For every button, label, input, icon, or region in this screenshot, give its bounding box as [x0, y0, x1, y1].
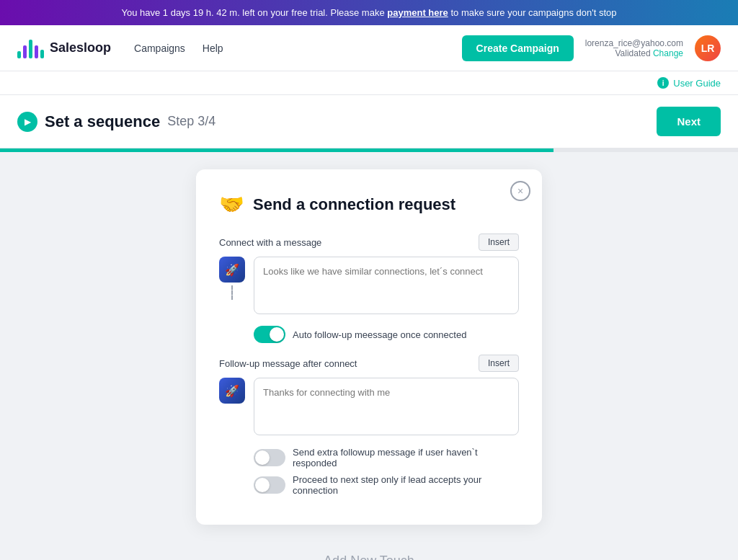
logo-icon [17, 38, 44, 58]
step-indicator: Step 3/4 [167, 114, 215, 129]
user-guide-bar: i User Guide [0, 71, 738, 95]
connect-message-row: Connect with a message Insert 🚀 [219, 234, 519, 314]
add-new-touch-section: Add New Touch ✏️ Email ✏️ Profile View ✏… [101, 554, 637, 560]
auto-followup-toggle[interactable] [254, 326, 285, 343]
toggle-knob-1 [270, 327, 284, 342]
rocket-icon-2: 🚀 [219, 378, 245, 404]
insert-button-2[interactable]: Insert [479, 355, 519, 372]
logo-area: Salesloop [17, 38, 111, 58]
followup-label-row: Follow-up message after connect Insert [219, 355, 519, 372]
logo-name: Salesloop [50, 40, 111, 55]
followup-message-input[interactable] [254, 378, 519, 435]
modal-title: Send a connection request [253, 195, 455, 214]
nav-help[interactable]: Help [203, 37, 223, 60]
play-icon: ▶ [17, 112, 37, 132]
message-icon-col-1: 🚀 [219, 257, 245, 300]
modal-card: × 🤝 Send a connection request Connect wi… [196, 169, 542, 525]
extra-toggle-row-2: Proceed to next step only if lead accept… [254, 474, 519, 496]
insert-button-1[interactable]: Insert [479, 234, 519, 251]
nav-right: Create Campaign lorenza_rice@yahoo.com V… [462, 35, 721, 61]
auto-followup-label: Auto follow-up meessage once connected [293, 329, 466, 340]
connect-message-with-icon: 🚀 [219, 257, 519, 314]
user-guide-link[interactable]: User Guide [673, 78, 721, 89]
add-new-touch-title: Add New Touch [101, 554, 637, 560]
auto-followup-toggle-row: Auto follow-up meessage once connected [254, 326, 519, 343]
followup-label: Follow-up message after connect [219, 358, 357, 369]
extra-toggle-1[interactable] [254, 449, 285, 466]
toggle-knob-2 [255, 450, 270, 465]
user-email: lorenza_rice@yahoo.com [585, 38, 683, 48]
user-info: lorenza_rice@yahoo.com Validated Change [585, 38, 683, 58]
info-icon: i [657, 77, 669, 89]
sequence-title: ▶ Set a sequence Step 3/4 [17, 112, 215, 132]
connector-line-1 [231, 285, 233, 300]
nav-links: Campaigns Help [134, 37, 462, 60]
extra-toggle-1-label: Send extra followup message if user have… [293, 447, 519, 468]
banner-text: You have 1 days 19 h. 42 m. left on your… [121, 7, 387, 18]
rocket-icon-1: 🚀 [219, 257, 245, 283]
banner-text-end: to make sure your campaigns don't stop [450, 7, 616, 18]
page-header: ▶ Set a sequence Step 3/4 Next [0, 95, 738, 148]
next-button[interactable]: Next [657, 107, 721, 136]
payment-link[interactable]: payment here [387, 7, 448, 18]
change-link[interactable]: Change [653, 48, 683, 58]
followup-message-row: Follow-up message after connect Insert 🚀 [219, 355, 519, 435]
connect-label: Connect with a message [219, 237, 321, 248]
trial-banner: You have 1 days 19 h. 42 m. left on your… [0, 0, 738, 25]
connect-label-row: Connect with a message Insert [219, 234, 519, 251]
extra-toggle-2[interactable] [254, 476, 285, 494]
message-icon-col-2: 🚀 [219, 378, 245, 404]
toggle-knob-3 [255, 478, 270, 492]
modal-title-area: 🤝 Send a connection request [219, 192, 519, 216]
connect-message-input[interactable] [254, 257, 519, 314]
handshake-icon: 🤝 [219, 192, 244, 216]
user-status: Validated Change [585, 48, 683, 58]
followup-message-with-icon: 🚀 [219, 378, 519, 435]
extra-toggle-2-label: Proceed to next step only if lead accept… [293, 474, 519, 496]
extra-toggle-row-1: Send extra followup message if user have… [254, 447, 519, 468]
avatar: LR [695, 35, 721, 61]
page-title: Set a sequence [45, 112, 160, 131]
main-content: × 🤝 Send a connection request Connect wi… [0, 152, 738, 560]
create-campaign-button[interactable]: Create Campaign [462, 35, 574, 61]
nav-campaigns[interactable]: Campaigns [134, 37, 185, 60]
modal-close-button[interactable]: × [510, 181, 530, 201]
navbar: Salesloop Campaigns Help Create Campaign… [0, 25, 738, 71]
